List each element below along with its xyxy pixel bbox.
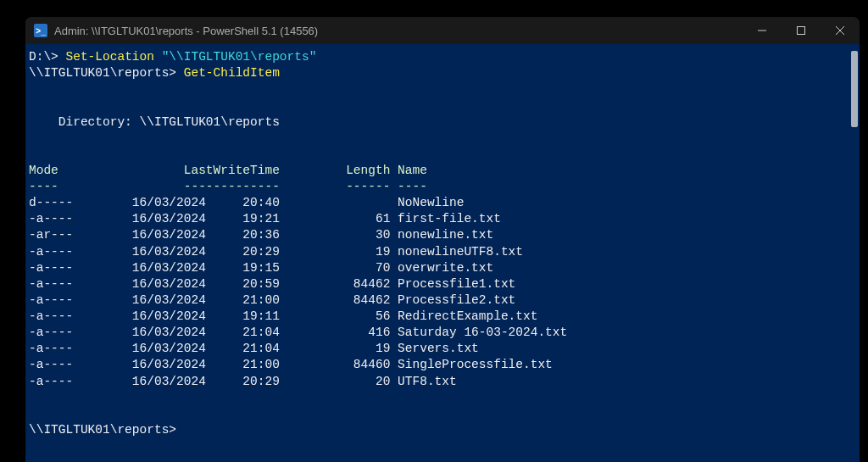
svg-rect-1 — [798, 27, 805, 35]
powershell-window: >_ Admin: \\ITGLTUK01\reports - PowerShe… — [25, 17, 860, 462]
table-row: -a---- 16/03/2024 20:29 19 nonewlineUTF8… — [29, 244, 856, 260]
table-header-divider: ---- ------------- ------ ---- — [29, 179, 856, 195]
command-line-1: D:\> Set-Location "\\ITGLTUK01\reports" — [29, 49, 856, 65]
argument: "\\ITGLTUK01\reports" — [162, 50, 317, 64]
terminal-area[interactable]: D:\> Set-Location "\\ITGLTUK01\reports" … — [25, 44, 860, 462]
scrollbar-thumb[interactable] — [851, 51, 858, 127]
table-row: -a---- 16/03/2024 19:21 61 first-file.tx… — [29, 211, 856, 227]
prompt: D:\> — [29, 50, 66, 64]
table-header: Mode LastWriteTime Length Name — [29, 163, 856, 179]
powershell-icon: >_ — [34, 24, 47, 37]
cmdlet: Set-Location — [66, 50, 162, 64]
prompt: \\ITGLTUK01\reports> — [29, 66, 184, 80]
maximize-button[interactable] — [782, 17, 821, 44]
table-row: d----- 16/03/2024 20:40 NoNewline — [29, 195, 856, 211]
directory-header: Directory: \\ITGLTUK01\reports — [29, 114, 856, 131]
table-row: -a---- 16/03/2024 21:04 416 Saturday 16-… — [29, 325, 856, 341]
minimize-button[interactable] — [743, 17, 782, 44]
table-row: -a---- 16/03/2024 21:04 19 Servers.txt — [29, 341, 856, 357]
table-row: -a---- 16/03/2024 20:59 84462 Processfil… — [29, 276, 856, 292]
table-row: -a---- 16/03/2024 21:00 84462 Processfil… — [29, 292, 856, 309]
close-button[interactable] — [821, 17, 860, 44]
table-row: -a---- 16/03/2024 20:29 20 UTF8.txt — [29, 374, 856, 390]
current-prompt[interactable]: \\ITGLTUK01\reports> — [29, 422, 856, 438]
table-row: -a---- 16/03/2024 21:00 84460 SingleProc… — [29, 357, 856, 373]
command-line-2: \\ITGLTUK01\reports> Get-ChildItem — [29, 65, 856, 81]
table-row: -a---- 16/03/2024 19:11 56 RedirectExamp… — [29, 309, 856, 325]
window-controls — [743, 17, 860, 44]
window-title: Admin: \\ITGLTUK01\reports - PowerShell … — [54, 25, 743, 37]
table-row: -ar--- 16/03/2024 20:36 30 nonewline.txt — [29, 227, 856, 243]
table-row: -a---- 16/03/2024 19:15 70 overwrite.txt — [29, 260, 856, 276]
titlebar[interactable]: >_ Admin: \\ITGLTUK01\reports - PowerShe… — [25, 17, 860, 44]
cmdlet: Get-ChildItem — [184, 66, 280, 80]
